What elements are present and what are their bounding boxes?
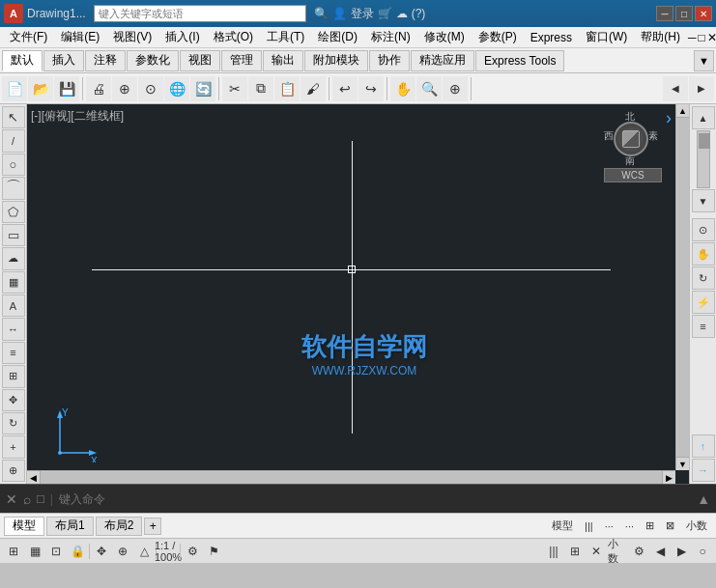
close-button[interactable]: ✕ xyxy=(695,6,712,21)
rt-more[interactable]: ≡ xyxy=(692,315,715,338)
bot-close-r[interactable]: ✕ xyxy=(587,542,606,561)
menu-dimension[interactable]: 标注(N) xyxy=(365,27,416,47)
tab-default[interactable]: 默认 xyxy=(2,50,43,71)
lt-rectangle[interactable]: ▭ xyxy=(2,224,25,246)
rt-nav-up[interactable]: ▲ xyxy=(692,106,715,129)
tab-express-tools[interactable]: Express Tools xyxy=(475,50,564,71)
search-bar[interactable] xyxy=(94,5,306,22)
menu-draw[interactable]: 绘图(D) xyxy=(312,27,363,47)
print-button[interactable]: 🖨 xyxy=(86,76,111,101)
match-prop-button[interactable]: 🖌 xyxy=(301,76,326,101)
tab-model[interactable]: 模型 xyxy=(4,517,44,536)
tab-featured[interactable]: 精选应用 xyxy=(411,50,474,71)
rt-arrow-up-r[interactable]: ↑ xyxy=(692,434,715,458)
cmd-folder-icon[interactable]: □ xyxy=(37,491,44,506)
zoom-button[interactable]: 🔍 xyxy=(416,76,442,101)
status-grid[interactable]: ||| xyxy=(580,518,598,534)
bot-qp-icon[interactable]: ⊞ xyxy=(4,542,23,561)
rt-scroll-track[interactable] xyxy=(697,130,710,188)
tab-manage[interactable]: 管理 xyxy=(221,50,262,71)
menu-express[interactable]: Express xyxy=(525,29,578,46)
rt-pan[interactable]: ✋ xyxy=(692,242,715,266)
status-decimal[interactable]: 小数 xyxy=(681,517,712,535)
lt-dim[interactable]: ↔ xyxy=(2,318,25,340)
paste-button[interactable]: 📋 xyxy=(274,76,300,101)
lt-polygon[interactable]: ⬠ xyxy=(2,201,25,223)
user-icon[interactable]: 👤 xyxy=(332,7,347,20)
redo-button[interactable]: ↪ xyxy=(358,76,384,101)
bot-cursor2[interactable]: ⊕ xyxy=(113,542,132,561)
bot-scale[interactable]: 1:1 / 100% xyxy=(158,542,178,561)
menu-help[interactable]: 帮助(H) xyxy=(635,27,686,47)
tab-output[interactable]: 输出 xyxy=(263,50,303,71)
lt-move[interactable]: ✥ xyxy=(2,389,25,411)
menu-params[interactable]: 参数(P) xyxy=(473,27,523,47)
bot-lock-icon[interactable]: 🔒 xyxy=(68,542,87,561)
zoom-pan-button[interactable]: ⊙ xyxy=(138,76,163,101)
tab-collab[interactable]: 协作 xyxy=(369,50,410,71)
orbit-button[interactable]: 🔄 xyxy=(190,76,215,101)
new-button[interactable]: 📄 xyxy=(2,76,27,101)
bot-decimal-r[interactable]: 小数 xyxy=(608,542,627,561)
menu-window[interactable]: 窗口(W) xyxy=(580,27,633,47)
tab-layout2[interactable]: 布局2 xyxy=(96,517,143,536)
tab-view[interactable]: 视图 xyxy=(180,50,220,71)
bot-wsw-icon[interactable]: ⊡ xyxy=(46,542,66,561)
bot-toolbar-icon[interactable]: ▦ xyxy=(25,542,44,561)
lt-line[interactable]: / xyxy=(2,129,25,152)
inner-minimize-button[interactable]: ─ xyxy=(688,31,697,44)
command-input[interactable] xyxy=(59,492,691,506)
toolbar-scroll-right[interactable]: ▶ xyxy=(689,76,714,101)
tab-add-button[interactable]: + xyxy=(144,518,161,535)
bot-nav2[interactable]: ▶ xyxy=(672,542,691,561)
status-polar[interactable]: ⊞ xyxy=(641,518,659,534)
search-input[interactable] xyxy=(99,8,301,19)
rt-nav-down[interactable]: ▼ xyxy=(692,189,715,212)
zoom-window-button[interactable]: ⊕ xyxy=(112,76,137,101)
vertical-scrollbar[interactable]: ▲ ▼ xyxy=(675,104,689,470)
tab-addons[interactable]: 附加模块 xyxy=(304,50,368,71)
hscroll-right-arrow[interactable]: ▶ xyxy=(662,471,675,485)
lt-zoom-in[interactable]: + xyxy=(2,435,25,458)
horizontal-scrollbar[interactable]: ◀ ▶ xyxy=(27,470,675,484)
pan-button[interactable]: ✋ xyxy=(390,76,415,101)
nav-button[interactable]: ⊕ xyxy=(443,76,468,101)
rt-orbit[interactable]: ↻ xyxy=(692,266,715,290)
tab-overflow-arrow[interactable]: ▼ xyxy=(694,50,714,71)
lt-hatch[interactable]: ▦ xyxy=(2,271,25,294)
rt-compass[interactable]: ⊙ xyxy=(692,218,715,241)
rt-zoom[interactable]: ⚡ xyxy=(692,291,715,314)
lt-block[interactable]: ⊞ xyxy=(2,365,25,387)
tab-parametric[interactable]: 参数化 xyxy=(127,50,179,71)
canvas-area[interactable]: [-][俯视][二维线框] 北 南 西 素 WCS › xyxy=(27,104,689,484)
rt-arrow-right-r[interactable]: → xyxy=(692,459,715,482)
lt-layer[interactable]: ≡ xyxy=(2,342,25,364)
bot-circle[interactable]: ○ xyxy=(693,542,712,561)
bot-cursor3[interactable]: △ xyxy=(134,542,154,561)
bot-gear[interactable]: ⚙ xyxy=(183,542,202,561)
menu-file[interactable]: 文件(F) xyxy=(4,27,53,47)
search-icon[interactable]: 🔍 xyxy=(314,7,329,20)
wcs-button[interactable]: WCS xyxy=(604,168,662,182)
lt-snap[interactable]: ⊕ xyxy=(2,460,25,482)
menu-modify[interactable]: 修改(M) xyxy=(418,27,471,47)
tab-insert[interactable]: 插入 xyxy=(43,50,84,71)
nav-arrow-right[interactable]: › xyxy=(666,108,672,128)
copy-button[interactable]: ⧉ xyxy=(248,76,273,101)
status-osnap[interactable]: ⊠ xyxy=(661,518,679,534)
tab-layout1[interactable]: 布局1 xyxy=(46,517,94,536)
lt-select[interactable]: ↖ xyxy=(2,106,25,128)
vscroll-down-arrow[interactable]: ▼ xyxy=(676,457,690,470)
cmd-search-icon[interactable]: ⌕ xyxy=(23,491,31,507)
compass[interactable]: 北 南 西 素 WCS xyxy=(604,112,662,180)
lt-text[interactable]: A xyxy=(2,294,25,317)
menu-edit[interactable]: 编辑(E) xyxy=(55,27,105,47)
cmd-expand-icon[interactable]: ▲ xyxy=(697,491,710,507)
help-icon[interactable]: (?) xyxy=(412,7,426,20)
minimize-button[interactable]: ─ xyxy=(656,6,673,21)
menu-format[interactable]: 格式(O) xyxy=(208,27,259,47)
vscroll-up-arrow[interactable]: ▲ xyxy=(676,104,690,118)
status-ortho[interactable]: ··· xyxy=(620,518,639,534)
bot-nav1[interactable]: ◀ xyxy=(650,542,670,561)
inner-close-button[interactable]: ✕ xyxy=(707,31,716,44)
